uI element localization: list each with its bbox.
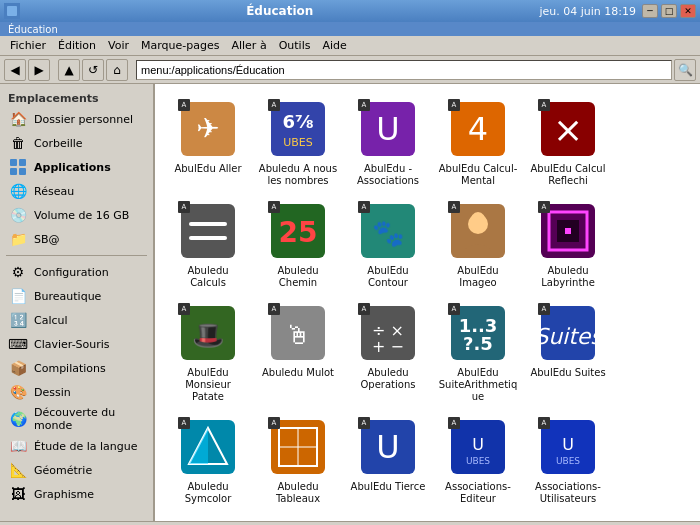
svg-text:+ −: + − [372,337,404,356]
sidebar-item-dossier[interactable]: 🏠 Dossier personnel [0,107,153,131]
app-calculette[interactable]: Calculette capricieuse [253,512,343,521]
app-abuledu-tableaux[interactable]: A Abuledu Tableaux [253,410,343,512]
apps-icon [8,157,28,177]
menu-aller[interactable]: Aller à [225,37,272,54]
up-button[interactable]: ▲ [58,59,80,81]
app-abuledu-associations[interactable]: A U AbulEdu - Associations [343,92,433,194]
svg-text:×: × [553,109,583,150]
sidebar-item-reseau[interactable]: 🌐 Réseau [0,179,153,203]
app-atlas-houot[interactable]: 🗺 Atlas Houot [163,512,253,521]
main-area: Emplacements 🏠 Dossier personnel 🗑 Corbe… [0,84,700,521]
toolbar: ◀ ▶ ▲ ↺ ⌂ 🔍 [0,56,700,84]
app-abuledu-contour[interactable]: A 🐾 AbulEdu Contour [343,194,433,296]
svg-rect-4 [10,168,17,175]
svg-text:UBES: UBES [466,456,490,466]
svg-point-26 [470,212,486,232]
sidebar: Emplacements 🏠 Dossier personnel 🗑 Corbe… [0,84,155,521]
window-datetime: jeu. 04 juin 18:19 [539,5,636,18]
app-calcul-mental[interactable]: A 4 AbulEdu Calcul-Mental [433,92,523,194]
menu-outils[interactable]: Outils [273,37,317,54]
app-abuledu-labyrinthe[interactable]: A Abuledu Labyrinthe [523,194,613,296]
trash-icon: 🗑 [8,133,28,153]
menu-aide[interactable]: Aide [316,37,352,54]
menu-fichier[interactable]: Fichier [4,37,52,54]
svg-text:U: U [376,110,399,148]
sidebar-item-corbeille[interactable]: 🗑 Corbeille [0,131,153,155]
sidebar-item-applications[interactable]: Applications [0,155,153,179]
menu-edition[interactable]: Édition [52,37,102,54]
svg-rect-19 [189,236,227,240]
graphics-icon: 🖼 [8,484,28,504]
svg-rect-5 [19,168,26,175]
sidebar-item-compilations[interactable]: 📦 Compilations [0,356,153,380]
sidebar-item-clavier-souris[interactable]: ⌨ Clavier-Souris [0,332,153,356]
forward-button[interactable]: ▶ [28,59,50,81]
network-icon: 🌐 [8,181,28,201]
back-button[interactable]: ◀ [4,59,26,81]
svg-text:🖱: 🖱 [285,320,311,350]
subtitle-text: Éducation [8,24,58,35]
svg-text:🎩: 🎩 [192,319,225,351]
svg-text:6⅞: 6⅞ [282,111,313,132]
svg-text:✈: ✈ [196,112,219,145]
address-bar[interactable] [136,60,672,80]
app-abuledu-calculs[interactable]: A Abuledu Calculs [163,194,253,296]
emplacements-label: Emplacements [0,88,153,107]
app-suite-arithmetique[interactable]: A 1..3?.5 AbulEdu SuiteArithmetique [433,296,523,410]
calc-icon: 🔢 [8,310,28,330]
world-icon: 🌍 [8,409,28,429]
statusbar: 53 éléments (1 caché) [0,521,700,525]
menu-voir[interactable]: Voir [102,37,135,54]
sidebar-item-bureautique[interactable]: 📄 Bureautique [0,284,153,308]
svg-rect-3 [19,159,26,166]
svg-text:Suites: Suites [541,324,595,349]
sidebar-item-volume[interactable]: 💿 Volume de 16 GB [0,203,153,227]
svg-text:U: U [562,435,574,454]
minimize-button[interactable]: ─ [642,4,658,18]
sidebar-item-decouverte[interactable]: 🌍 Découverte du monde [0,404,153,434]
zoom-button[interactable]: 🔍 [674,59,696,81]
svg-text:UBES: UBES [556,456,580,466]
reload-button[interactable]: ↺ [82,59,104,81]
icon-grid: A ✈ AbulEdu Aller A 6⅞UBES Abuledu A nou… [155,84,700,521]
geometry-icon: 📐 [8,460,28,480]
window-icon [4,3,20,19]
sidebar-item-configuration[interactable]: ⚙ Configuration [0,260,153,284]
svg-rect-30 [565,228,571,234]
sidebar-item-geometrie[interactable]: 📐 Géométrie [0,458,153,482]
sidebar-item-graphisme[interactable]: 🖼 Graphisme [0,482,153,506]
paint-icon: 🎨 [8,382,28,402]
keyboard-icon: ⌨ [8,334,28,354]
app-associations-utilisateurs[interactable]: A UUBES Associations-Utilisateurs [523,410,613,512]
app-abuledu-aller[interactable]: A ✈ AbulEdu Aller [163,92,253,194]
home-icon: 🏠 [8,109,28,129]
subtitle-bar: Éducation [0,22,700,36]
app-monsieur-patate[interactable]: A 🎩 AbulEdu Monsieur Patate [163,296,253,410]
app-abuledu-chemin[interactable]: A 25 Abuledu Chemin [253,194,343,296]
app-abuledu-nombres[interactable]: A 6⅞UBES Abuledu A nous les nombres [253,92,343,194]
sidebar-item-etude-langue[interactable]: 📖 Étude de la langue [0,434,153,458]
sidebar-item-dessin[interactable]: 🎨 Dessin [0,380,153,404]
app-childsplay[interactable]: Childsplay [343,512,433,521]
drive-icon: 💿 [8,205,28,225]
app-abuledu-mulot[interactable]: A 🖱 Abuledu Mulot [253,296,343,410]
svg-text:25: 25 [279,216,318,249]
app-associations-editeur[interactable]: A UUBES Associations-Editeur [433,410,523,512]
menu-marque-pages[interactable]: Marque-pages [135,37,225,54]
app-calcul-reflechi[interactable]: A × AbulEdu Calcul Reflechi [523,92,613,194]
app-exercices-beaunis[interactable]: Abc Exercices Beaunis [433,512,523,521]
sidebar-item-sb[interactable]: 📁 SB@ [0,227,153,251]
home-button[interactable]: ⌂ [106,59,128,81]
svg-rect-18 [189,222,227,226]
app-abuledu-symcolor[interactable]: A Abuledu Symcolor [163,410,253,512]
sidebar-item-calcul[interactable]: 🔢 Calcul [0,308,153,332]
app-freefrancais[interactable]: à FreeFramcais [523,512,613,521]
close-button[interactable]: ✕ [680,4,696,18]
maximize-button[interactable]: □ [661,4,677,18]
app-abuledu-imageo[interactable]: A AbulEdu Imageo [433,194,523,296]
app-abuledu-suites[interactable]: A Suites AbulEdu Suites [523,296,613,410]
app-abuledu-tierce[interactable]: A U AbulEdu Tierce [343,410,433,512]
svg-text:?.5: ?.5 [463,333,493,354]
window-controls: ─ □ ✕ [642,4,696,18]
app-abuledu-operations[interactable]: A ÷ ×+ − Abuledu Operations [343,296,433,410]
